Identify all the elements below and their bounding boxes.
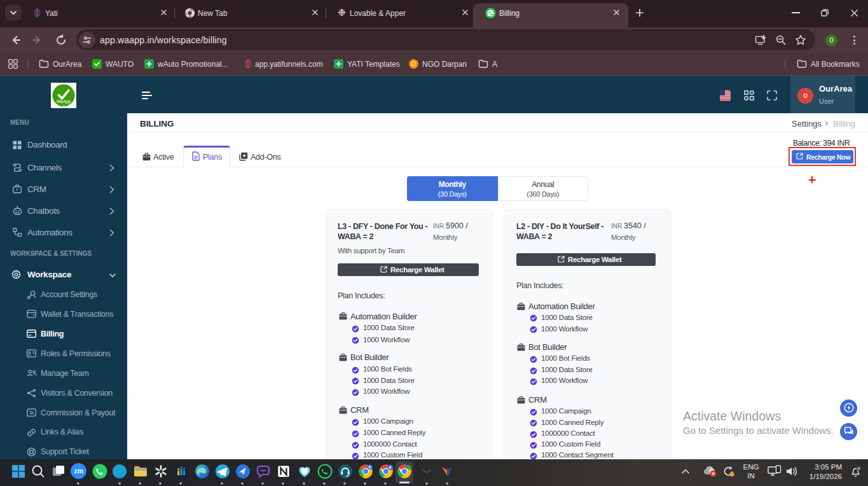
svg-text:.in: .in	[62, 104, 65, 107]
